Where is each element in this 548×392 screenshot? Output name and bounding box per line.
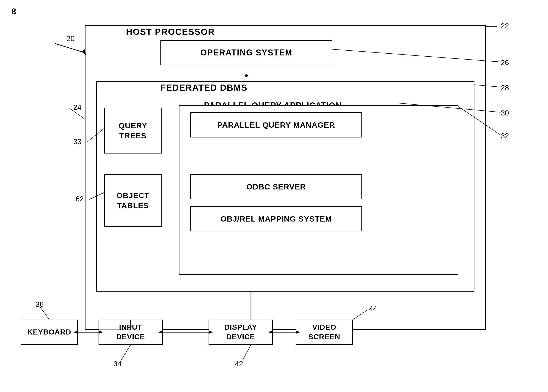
- ref-28: 28: [501, 84, 509, 92]
- video-screen-label: VIDEOSCREEN: [308, 322, 340, 342]
- pqm-box: PARALLEL QUERY MANAGER: [190, 112, 362, 137]
- ref-20: 20: [66, 34, 75, 43]
- page-number: 8: [11, 7, 16, 16]
- ref-26: 26: [501, 58, 509, 67]
- odbc-server-box: ODBC SERVER: [190, 174, 362, 199]
- objrel-mapping-label: OBJ/REL MAPPING SYSTEM: [220, 214, 332, 223]
- svg-line-24: [243, 345, 251, 360]
- ref-30: 30: [501, 109, 509, 117]
- svg-line-23: [121, 345, 131, 360]
- svg-line-0: [55, 43, 85, 53]
- object-tables-box: OBJECTTABLES: [104, 174, 162, 227]
- object-tables-label: OBJECTTABLES: [116, 190, 149, 210]
- keyboard-label: KEYBOARD: [27, 327, 71, 337]
- ref-22: 22: [501, 22, 509, 30]
- ref-44: 44: [369, 305, 377, 313]
- ref-34: 34: [113, 360, 122, 368]
- host-processor-label: HOST PROCESSOR: [126, 27, 215, 37]
- ref-42: 42: [235, 360, 243, 368]
- input-device-label: INPUTDEVICE: [116, 322, 145, 342]
- objrel-mapping-box: OBJ/REL MAPPING SYSTEM: [190, 206, 362, 231]
- ref-36: 36: [35, 300, 44, 309]
- federated-dbms-label: FEDERATED DBMS: [161, 83, 247, 93]
- ref-32: 32: [501, 132, 509, 140]
- pqm-label: PARALLEL QUERY MANAGER: [217, 120, 335, 129]
- query-trees-box: QUERYTREES: [104, 108, 162, 154]
- keyboard-box: KEYBOARD: [21, 320, 78, 345]
- video-screen-box: VIDEOSCREEN: [296, 320, 353, 345]
- operating-system-label: OPERATING SYSTEM: [200, 48, 292, 57]
- display-device-box: DISPLAYDEVICE: [209, 320, 273, 345]
- query-trees-label: QUERYTREES: [119, 120, 147, 141]
- operating-system-box: OPERATING SYSTEM: [161, 40, 332, 65]
- odbc-server-label: ODBC SERVER: [246, 182, 306, 191]
- display-device-label: DISPLAYDEVICE: [224, 322, 257, 342]
- ref-62: 62: [76, 195, 84, 203]
- ref-33: 33: [73, 137, 82, 146]
- svg-line-22: [40, 307, 49, 320]
- input-device-box: INPUTDEVICE: [98, 320, 163, 345]
- ref-24: 24: [73, 103, 82, 112]
- diagram-container: 8 HOST PROCESSOR OPERATING SYSTEM FEDERA…: [0, 0, 548, 392]
